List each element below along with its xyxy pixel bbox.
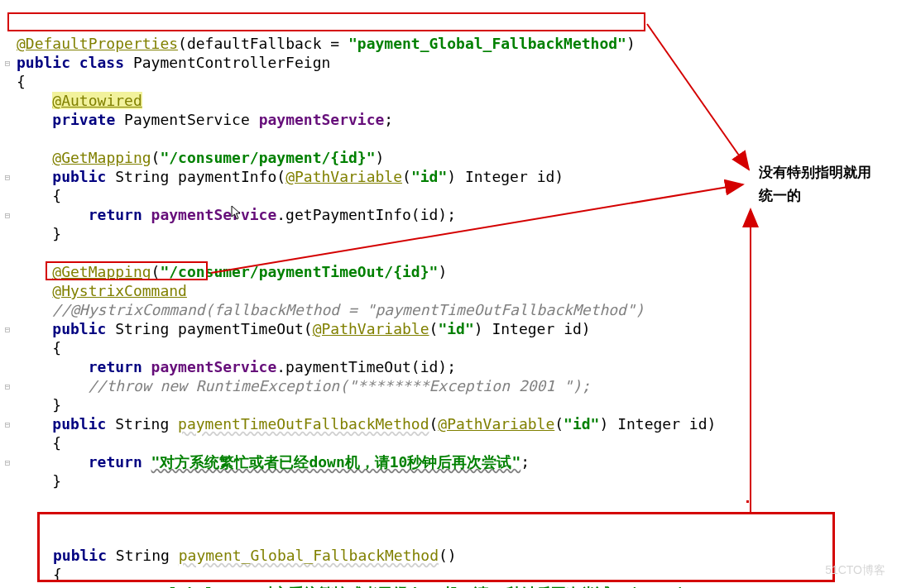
line-13: //@HystrixCommand(fallbackMethod = "paym…	[17, 301, 645, 318]
line-6: @GetMapping("/consumer/payment/{id}")	[17, 149, 384, 166]
line-17: //throw new RuntimeException("********Ex…	[17, 377, 591, 394]
line-1: @DefaultProperties(defaultFallback = "pa…	[17, 35, 636, 52]
line-16: return paymentService.paymentTimeOut(id)…	[17, 358, 456, 375]
annotation-callout: 没有特别指明就用 统一的	[759, 161, 871, 208]
line-g1: public String payment_Global_FallbackMet…	[53, 547, 457, 564]
fold-marker: ⊟	[2, 168, 12, 187]
fold-marker: ⊟	[2, 377, 12, 396]
line-10: }	[17, 225, 61, 242]
line-19: public String paymentTimeOutFallbackMeth…	[17, 415, 716, 433]
fold-marker: ⊟	[2, 415, 12, 434]
line-12: @HystrixCommand	[17, 282, 187, 299]
line-14: public String paymentTimeOut(@PathVariab…	[17, 320, 591, 337]
fold-marker: ⊟	[2, 54, 12, 73]
svg-rect-4	[746, 500, 749, 503]
line-11: @GetMapping("/consumer/paymentTimeOut/{i…	[17, 263, 447, 280]
fold-marker: ⊟	[2, 320, 12, 339]
line-15: {	[17, 339, 61, 356]
line-2: public class PaymentControllerFeign	[17, 54, 330, 71]
watermark: 51CTO博客	[825, 561, 885, 580]
fold-marker: ⊟	[2, 206, 12, 225]
line-7: public String paymentInfo(@PathVariable(…	[17, 168, 564, 185]
line-21: return "对方系统繁忙或者已经down机，请10秒钟后再次尝试";	[17, 453, 530, 471]
line-22: }	[17, 472, 61, 490]
code-block-global-fallback: public String payment_Global_FallbackMet…	[53, 527, 731, 588]
line-g2: {	[53, 566, 62, 583]
line-4: @Autowired	[17, 92, 142, 109]
line-18: }	[17, 396, 61, 414]
code-block-main: @DefaultProperties(defaultFallback = "pa…	[17, 15, 716, 490]
fold-marker: ⊟	[2, 453, 12, 472]
line-3: {	[17, 73, 26, 90]
line-g3: return "Global 222 对方系统繁忙或者已经down机，请10秒钟…	[53, 585, 731, 588]
line-5: private PaymentService paymentService;	[17, 111, 393, 128]
line-8: {	[17, 187, 61, 204]
line-20: {	[17, 434, 61, 452]
line-9: return paymentService.getPaymentInfo(id)…	[17, 206, 456, 223]
